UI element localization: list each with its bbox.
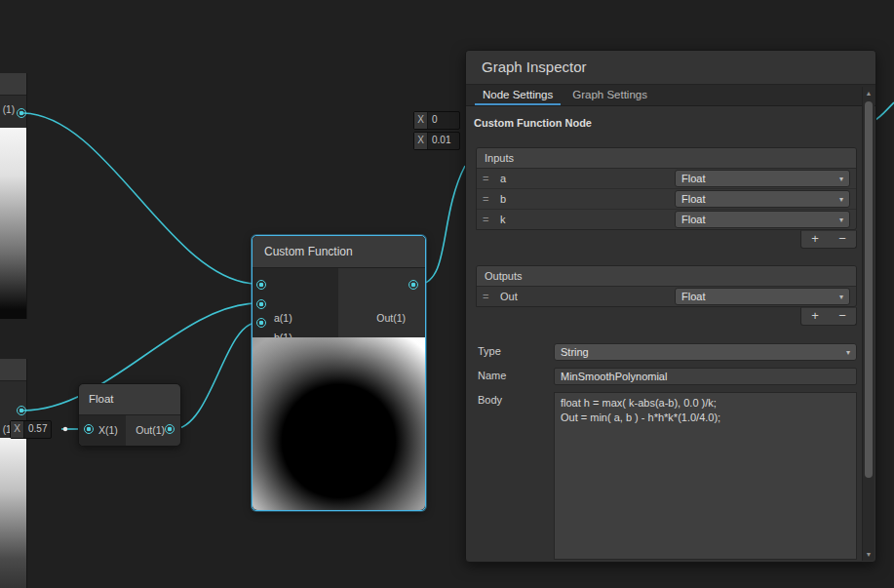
node-settings-heading: Custom Function Node <box>474 117 863 129</box>
port-label-out: Out(1) <box>136 424 165 436</box>
drag-handle-icon[interactable]: = <box>483 193 494 205</box>
dropdown-value: Float <box>681 173 705 184</box>
port-float-out-output[interactable] <box>165 424 175 434</box>
inspector-tabs: Node Settings Graph Settings <box>466 85 875 106</box>
port-out-output[interactable] <box>408 280 418 290</box>
outputs-list: Outputs = Out Float ▾ <box>476 265 857 307</box>
inputs-list: Inputs = a Float ▾ = b Float ▾ <box>476 147 857 230</box>
value-input[interactable]: 0 <box>428 112 442 129</box>
chevron-down-icon: ▾ <box>839 195 843 204</box>
type-dropdown[interactable]: Float ▾ <box>675 190 850 208</box>
port-a-input[interactable] <box>256 280 266 290</box>
inspector-content: Custom Function Node Inputs = a Float ▾ … <box>466 106 863 561</box>
add-output-button[interactable]: + <box>801 308 829 325</box>
add-input-button[interactable]: + <box>801 231 829 248</box>
name-field-label: Name <box>478 368 554 381</box>
type-dropdown[interactable]: Float ▾ <box>675 288 850 305</box>
float-node[interactable]: Float X(1) Out(1) <box>78 383 181 447</box>
list-item-out[interactable]: = Out Float ▾ <box>477 287 856 306</box>
custom-function-node-title: Custom Function <box>253 236 425 268</box>
value-input[interactable]: 0.01 <box>428 133 454 149</box>
list-item-k[interactable]: = k Float ▾ <box>477 210 856 229</box>
scroll-up-icon[interactable]: ▲ <box>863 87 875 99</box>
function-type-dropdown[interactable]: String ▾ <box>554 343 857 361</box>
float-node-title: Float <box>79 384 180 415</box>
port-edge-bottom-out[interactable] <box>17 406 26 415</box>
inspector-scrollbar[interactable]: ▲ ▼ <box>862 87 875 561</box>
scroll-down-icon[interactable]: ▼ <box>863 548 875 561</box>
port-float-x-input[interactable] <box>84 424 94 434</box>
node-preview <box>253 337 425 510</box>
dropdown-value: Float <box>681 214 705 225</box>
dropdown-value: Float <box>681 291 705 302</box>
float-field-connector-dot <box>63 427 67 431</box>
inputs-list-header: Inputs <box>477 148 856 169</box>
remove-output-button[interactable]: − <box>829 308 856 325</box>
list-item-b[interactable]: = b Float ▾ <box>477 189 856 210</box>
function-body-input[interactable]: float h = max( k-abs(a-b), 0.0 )/k; Out … <box>554 392 857 560</box>
float-node-value-field[interactable]: X 0.57 <box>10 420 52 439</box>
outputs-list-footer: + − <box>800 307 857 326</box>
port-k-input[interactable] <box>256 318 266 328</box>
input-name: a <box>500 173 675 184</box>
port-label-x: X(1) <box>98 424 118 436</box>
list-item-a[interactable]: = a Float ▾ <box>477 169 856 189</box>
type-field-label: Type <box>478 343 554 357</box>
tab-node-settings[interactable]: Node Settings <box>473 85 563 105</box>
wire-k-input[interactable] <box>174 323 255 429</box>
port-value-field-1[interactable]: X 0 <box>413 111 460 130</box>
input-name: k <box>500 214 675 225</box>
function-name-input[interactable]: MinSmoothPolynomial <box>554 368 857 385</box>
wire-a-input[interactable] <box>23 113 255 284</box>
port-edge-top-out[interactable] <box>17 108 26 118</box>
drag-handle-icon[interactable]: = <box>483 214 494 225</box>
drag-handle-icon[interactable]: = <box>483 173 494 184</box>
custom-function-node[interactable]: Custom Function a(1) b(1) k(1) Out(1) <box>252 235 426 511</box>
chevron-down-icon: ▾ <box>839 293 843 301</box>
port-label-a: a(1) <box>274 312 292 324</box>
inputs-list-footer: + − <box>800 230 857 249</box>
type-dropdown[interactable]: Float ▾ <box>675 211 850 228</box>
panel-title: Graph Inspector <box>466 51 875 85</box>
wire-out[interactable] <box>419 166 465 285</box>
shader-graph-canvas[interactable]: (1) (1) X 0.57 Float X(1) Out(1) C <box>0 0 894 588</box>
output-name: Out <box>500 291 675 302</box>
body-field-label: Body <box>478 392 554 406</box>
scrollbar-thumb[interactable] <box>865 101 873 478</box>
value-input[interactable]: 0.57 <box>24 421 51 438</box>
remove-input-button[interactable]: − <box>829 231 856 248</box>
tab-graph-settings[interactable]: Graph Settings <box>563 85 657 105</box>
outputs-list-header: Outputs <box>477 266 856 287</box>
input-name: b <box>500 193 675 205</box>
dropdown-value: Float <box>681 193 705 205</box>
axis-label: X <box>414 133 428 149</box>
graph-inspector-panel: Graph Inspector Node Settings Graph Sett… <box>465 50 876 563</box>
type-dropdown[interactable]: Float ▾ <box>675 170 850 187</box>
drag-handle-icon[interactable]: = <box>483 291 494 302</box>
dropdown-value: String <box>561 346 589 358</box>
port-value-field-2[interactable]: X 0.01 <box>413 132 460 150</box>
port-b-input[interactable] <box>256 299 266 309</box>
wire-right-edge[interactable] <box>874 102 894 121</box>
port-label-out: Out(1) <box>376 312 406 324</box>
chevron-down-icon: ▾ <box>846 348 850 357</box>
chevron-down-icon: ▾ <box>839 175 843 183</box>
chevron-down-icon: ▾ <box>839 216 843 224</box>
axis-label: X <box>11 421 24 438</box>
axis-label: X <box>414 112 428 129</box>
